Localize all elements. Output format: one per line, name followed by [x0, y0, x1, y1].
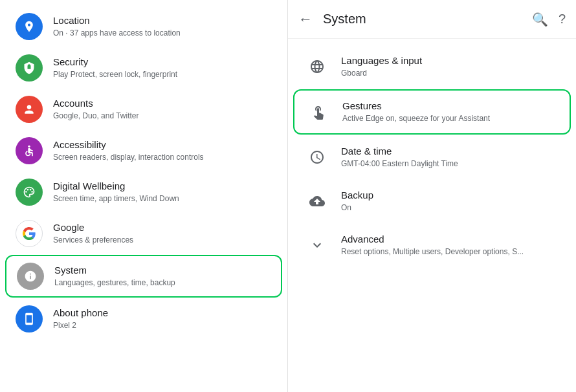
location-subtitle: On · 37 apps have access to location — [53, 28, 272, 39]
location-text: LocationOn · 37 apps have access to loca… — [53, 14, 272, 38]
accessibility-icon — [16, 137, 43, 164]
google-icon — [16, 220, 43, 247]
gestures-text: GesturesActive Edge on, squeeze for your… — [342, 100, 559, 124]
right-item-backup[interactable]: BackupOn — [293, 180, 571, 223]
sidebar-item-accounts[interactable]: AccountsGoogle, Duo, and Twitter — [5, 89, 282, 129]
security-text: SecurityPlay Protect, screen lock, finge… — [53, 56, 272, 80]
svg-point-0 — [28, 146, 30, 147]
sidebar-item-security[interactable]: SecurityPlay Protect, screen lock, finge… — [5, 48, 282, 88]
accounts-text: AccountsGoogle, Duo, and Twitter — [53, 97, 272, 121]
system-title: System — [54, 264, 271, 277]
location-icon — [16, 13, 43, 40]
location-title: Location — [53, 14, 272, 27]
sidebar-item-location[interactable]: LocationOn · 37 apps have access to loca… — [5, 6, 282, 47]
wellbeing-icon — [16, 179, 43, 206]
languages-icon — [304, 53, 331, 80]
system-text: SystemLanguages, gestures, time, backup — [54, 264, 271, 288]
svg-point-1 — [25, 191, 27, 193]
accounts-title: Accounts — [53, 97, 272, 110]
top-icons: 🔍 ? — [532, 12, 566, 27]
accessibility-text: AccessibilityScreen readers, display, in… — [53, 138, 272, 162]
datetime-icon — [304, 144, 331, 171]
accessibility-title: Accessibility — [53, 138, 272, 151]
right-panel: ← System 🔍 ? Languages & inputGboardGest… — [288, 0, 576, 392]
datetime-subtitle: GMT-04:00 Eastern Daylight Time — [341, 158, 560, 169]
accounts-subtitle: Google, Duo, and Twitter — [53, 111, 272, 122]
svg-point-2 — [27, 189, 29, 191]
languages-title: Languages & input — [341, 54, 560, 67]
about-title: About phone — [53, 307, 272, 320]
backup-title: Backup — [341, 189, 560, 202]
accessibility-subtitle: Screen readers, display, interaction con… — [53, 152, 272, 163]
advanced-text: AdvancedReset options, Multiple users, D… — [341, 233, 560, 257]
accounts-icon — [16, 96, 43, 123]
wellbeing-text: Digital WellbeingScreen time, app timers… — [53, 180, 272, 204]
back-button[interactable]: ← — [298, 11, 313, 28]
svg-point-3 — [30, 189, 32, 191]
advanced-title: Advanced — [341, 233, 560, 246]
languages-subtitle: Gboard — [341, 68, 560, 79]
sidebar-item-system[interactable]: SystemLanguages, gestures, time, backup — [5, 255, 282, 298]
right-content: Languages & inputGboardGesturesActive Ed… — [288, 39, 576, 392]
top-bar: ← System 🔍 ? — [288, 0, 576, 39]
sidebar-item-google[interactable]: GoogleServices & preferences — [5, 213, 282, 254]
backup-text: BackupOn — [341, 189, 560, 213]
system-icon — [17, 263, 44, 290]
security-icon — [16, 54, 43, 82]
right-item-datetime[interactable]: Date & timeGMT-04:00 Eastern Daylight Ti… — [293, 136, 571, 179]
security-title: Security — [53, 56, 272, 69]
sidebar-item-about[interactable]: About phonePixel 2 — [5, 299, 282, 339]
languages-text: Languages & inputGboard — [341, 54, 560, 78]
sidebar-item-wellbeing[interactable]: Digital WellbeingScreen time, app timers… — [5, 172, 282, 212]
advanced-subtitle: Reset options, Multiple users, Developer… — [341, 246, 560, 257]
wellbeing-title: Digital Wellbeing — [53, 180, 272, 193]
system-subtitle: Languages, gestures, time, backup — [54, 278, 271, 289]
google-title: Google — [53, 221, 272, 234]
datetime-title: Date & time — [341, 145, 560, 158]
right-item-gestures[interactable]: GesturesActive Edge on, squeeze for your… — [293, 89, 571, 135]
gestures-title: Gestures — [342, 100, 559, 113]
help-icon[interactable]: ? — [559, 12, 566, 27]
svg-point-4 — [31, 191, 33, 193]
about-text: About phonePixel 2 — [53, 307, 272, 331]
about-icon — [16, 305, 43, 332]
gestures-icon — [305, 98, 332, 125]
gestures-subtitle: Active Edge on, squeeze for your Assista… — [342, 113, 559, 124]
google-text: GoogleServices & preferences — [53, 221, 272, 245]
search-icon[interactable]: 🔍 — [532, 12, 548, 27]
page-title: System — [323, 12, 532, 27]
backup-subtitle: On — [341, 202, 560, 213]
google-subtitle: Services & preferences — [53, 235, 272, 246]
datetime-text: Date & timeGMT-04:00 Eastern Daylight Ti… — [341, 145, 560, 169]
advanced-chevron-icon — [304, 232, 331, 259]
security-subtitle: Play Protect, screen lock, fingerprint — [53, 69, 272, 80]
backup-icon — [304, 188, 331, 215]
wellbeing-subtitle: Screen time, app timers, Wind Down — [53, 193, 272, 204]
about-subtitle: Pixel 2 — [53, 320, 272, 331]
right-item-languages[interactable]: Languages & inputGboard — [293, 45, 571, 88]
sidebar-item-accessibility[interactable]: AccessibilityScreen readers, display, in… — [5, 131, 282, 171]
left-panel: LocationOn · 37 apps have access to loca… — [0, 0, 288, 392]
right-item-advanced[interactable]: AdvancedReset options, Multiple users, D… — [293, 224, 571, 267]
